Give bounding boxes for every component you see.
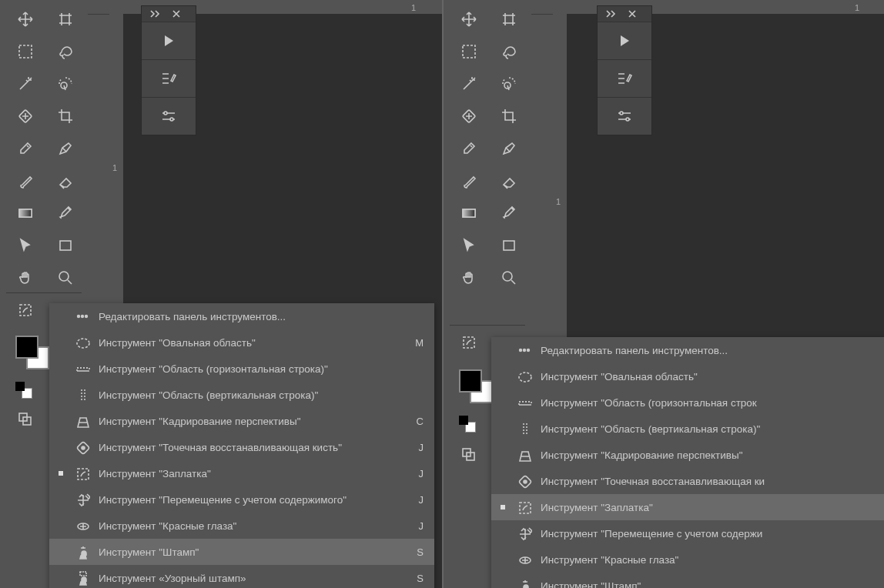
menu-item-label: Инструмент "Кадрирование перспективы"	[541, 449, 849, 461]
extra-tools-menu[interactable]: Редактировать панель инструментов...Инст…	[491, 337, 884, 588]
tool-quicksel[interactable]	[49, 68, 82, 100]
tool-move[interactable]	[453, 3, 485, 35]
lasso-icon	[501, 43, 517, 60]
tool-lasso[interactable]	[49, 35, 82, 68]
menu-item-shortcut: J	[403, 442, 424, 453]
tool-magicwand[interactable]	[9, 68, 42, 100]
tool-pointer[interactable]	[453, 229, 485, 262]
menu-item-camove[interactable]: Инструмент "Перемещение с учетом содержи…	[49, 486, 434, 513]
tool-eraser[interactable]	[493, 165, 525, 197]
brush-list-button[interactable]	[598, 59, 651, 97]
crop-icon	[501, 108, 517, 125]
pointer-icon	[17, 237, 34, 254]
screen-mode-button[interactable]	[9, 403, 42, 436]
tool-rect[interactable]	[493, 229, 525, 262]
collapse-icon[interactable]	[602, 5, 619, 22]
tool-pentool[interactable]	[49, 132, 82, 165]
tool-move[interactable]	[9, 3, 42, 35]
menu-item-colsel[interactable]: Инструмент "Область (вертикальная строка…	[49, 382, 434, 408]
color-swatch[interactable]	[15, 336, 46, 366]
actions-panel[interactable]	[142, 6, 196, 135]
tool-hand[interactable]	[9, 262, 42, 294]
menu-item-ellipse[interactable]: Инструмент "Овальная область"	[491, 363, 884, 389]
fg-color[interactable]	[15, 336, 39, 359]
tool-brush[interactable]	[453, 165, 485, 197]
tool-artboard[interactable]	[493, 3, 525, 35]
fg-color[interactable]	[459, 369, 482, 393]
tool-crop[interactable]	[493, 100, 525, 132]
menu-item-colsel[interactable]: Инструмент "Область (вертикальная строка…	[491, 416, 884, 442]
tool-pen[interactable]	[49, 197, 82, 229]
pentool-icon	[57, 140, 74, 157]
menu-item-rowsel[interactable]: Инструмент "Область (горизонтальная стро…	[49, 356, 434, 382]
panel-titlebar[interactable]	[598, 6, 651, 22]
color-swatch[interactable]	[459, 369, 490, 400]
play-icon	[621, 35, 629, 46]
close-icon[interactable]	[168, 5, 185, 22]
tool-zoom[interactable]	[49, 262, 82, 294]
menu-item-rowsel[interactable]: Инструмент "Область (горизонтальная стро…	[491, 389, 884, 416]
brush-list-button[interactable]	[142, 59, 196, 97]
dots-icon	[514, 347, 534, 353]
tool-magicwand[interactable]	[453, 68, 485, 100]
close-icon[interactable]	[624, 5, 641, 22]
tool-rect[interactable]	[49, 229, 82, 262]
actions-panel[interactable]	[598, 6, 651, 135]
collapse-icon[interactable]	[146, 5, 163, 22]
menu-item-pstamp[interactable]: Инструмент «Узорный штамп»S	[49, 565, 434, 588]
stamp-icon	[514, 578, 534, 588]
tool-heal[interactable]	[9, 100, 42, 132]
menu-item-label: Инструмент "Красные глаза"	[99, 520, 397, 532]
tool-quicksel[interactable]	[493, 68, 525, 100]
tool-pointer[interactable]	[9, 229, 42, 262]
menu-edit-toolbar[interactable]: Редактировать панель инструментов...	[49, 303, 434, 329]
tool-crop[interactable]	[49, 100, 82, 132]
menu-item-label: Инструмент "Заплатка"	[541, 502, 849, 513]
tool-lasso[interactable]	[493, 35, 525, 68]
tool-heal[interactable]	[453, 100, 485, 132]
menu-edit-toolbar[interactable]: Редактировать панель инструментов...	[491, 337, 884, 363]
extra-tools-menu[interactable]: Редактировать панель инструментов...Инст…	[49, 303, 434, 588]
menu-item-spot[interactable]: Инструмент "Точечная восстанавливающая к…	[491, 468, 884, 494]
play-button[interactable]	[598, 22, 651, 59]
sliders-button[interactable]	[598, 97, 651, 135]
menu-item-stamp[interactable]: Инструмент "Штамп"S	[49, 539, 434, 565]
menu-item-ellipse[interactable]: Инструмент "Овальная область"M	[49, 329, 434, 356]
menu-header-label: Редактировать панель инструментов...	[541, 345, 849, 356]
menu-item-spot[interactable]: Инструмент "Точечная восстанавливающая к…	[49, 434, 434, 460]
extra-tools-button[interactable]	[9, 294, 42, 326]
tool-marquee[interactable]	[9, 35, 42, 68]
pstamp-icon	[72, 570, 92, 586]
mini-swatch[interactable]	[459, 416, 481, 431]
menu-item-patch[interactable]: Инструмент "Заплатка"	[491, 494, 884, 520]
tool-hand[interactable]	[453, 262, 485, 294]
screen-mode-button[interactable]	[453, 439, 485, 471]
tool-pen[interactable]	[493, 197, 525, 229]
menu-item-label: Инструмент "Область (горизонтальная стро…	[541, 397, 849, 409]
menu-header-label: Редактировать панель инструментов...	[99, 311, 397, 322]
tool-eraser[interactable]	[49, 165, 82, 197]
tool-zoom[interactable]	[493, 262, 525, 294]
menu-item-camove[interactable]: Инструмент "Перемещение с учетом содержи	[491, 520, 884, 546]
tool-gradient[interactable]	[9, 197, 42, 229]
mini-swatch[interactable]	[15, 382, 37, 397]
menu-item-patch[interactable]: Инструмент "Заплатка"J	[49, 460, 434, 486]
menu-item-redeye[interactable]: Инструмент "Красные глаза"	[491, 546, 884, 573]
brush-icon	[460, 172, 477, 189]
sliders-button[interactable]	[142, 97, 196, 135]
panel-titlebar[interactable]	[142, 6, 196, 22]
tool-marquee[interactable]	[453, 35, 485, 68]
tool-eyedrop[interactable]	[9, 132, 42, 165]
menu-item-persp[interactable]: Инструмент "Кадрирование перспективы"C	[49, 408, 434, 434]
menu-item-persp[interactable]: Инструмент "Кадрирование перспективы"	[491, 442, 884, 468]
tool-gradient[interactable]	[453, 197, 485, 229]
eraser-icon	[501, 172, 517, 189]
tool-pentool[interactable]	[493, 132, 525, 165]
tool-eyedrop[interactable]	[453, 132, 485, 165]
menu-item-redeye[interactable]: Инструмент "Красные глаза"J	[49, 513, 434, 539]
menu-item-stamp[interactable]: Инструмент "Штамп"	[491, 573, 884, 588]
tool-brush[interactable]	[9, 165, 42, 197]
play-button[interactable]	[142, 22, 196, 59]
extra-tools-button[interactable]	[453, 326, 485, 359]
tool-artboard[interactable]	[49, 3, 82, 35]
